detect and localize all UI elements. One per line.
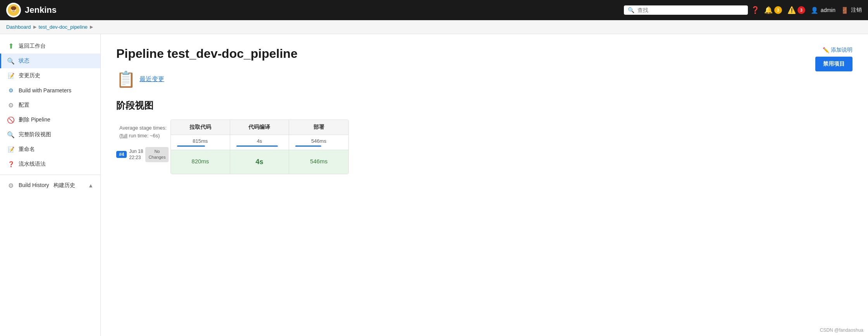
status-icon: 🔍 [7,57,15,65]
jenkins-icon [7,4,20,16]
sidebar-label-return: 返回工作台 [19,43,46,50]
watermark: CSDN @fandaoshua [820,327,863,333]
nav-icons: 🔔 3 ⚠️ 3 👤 admin 🚪 注销 [764,6,862,14]
no-changes-badge: No Changes [145,147,169,162]
search-input[interactable] [637,7,744,13]
stage-data-row: 820ms 4s 546ms [171,150,348,174]
user-icon: 👤 [811,7,818,14]
stage-avg-2: 546ms [289,135,348,150]
logout-label: 注销 [851,7,862,14]
stage-header-row: 拉取代码 代码编译 部署 [171,120,348,135]
build-history-label: Build History 构建历史 [19,182,75,189]
sidebar-label-status: 状态 [19,57,29,64]
disable-project-button[interactable]: 禁用项目 [815,57,852,71]
page-title: Pipeline test_dev-doc_pipeline [116,47,852,61]
delete-icon: 🚫 [7,116,15,124]
content-area: Pipeline test_dev-doc_pipeline ✏️ 添加说明 禁… [101,34,868,336]
build-entry: #4 Jun 18 22:23 No Changes [116,147,170,162]
build-history-left: ⚙ Build History 构建历史 [7,182,75,189]
alert-icon: ⚠️ [787,6,796,14]
build-history-icon: ⚙ [7,182,15,189]
stage-avg-row: 815ms 4s 546ms [171,135,348,150]
breadcrumb-pipeline[interactable]: test_dev-doc_pipeline [39,24,88,30]
stage-header-2: 部署 [289,120,348,135]
svg-point-2 [11,6,16,10]
rename-icon: 📝 [7,145,15,153]
svg-point-4 [14,9,15,10]
recent-changes-link[interactable]: 最近变更 [140,75,164,83]
recent-changes-section: 📋 最近变更 [116,70,852,88]
sidebar-label-full-stage: 完整阶段视图 [19,131,51,138]
stage-header-0: 拉取代码 [171,120,230,135]
sidebar-label-delete: 删除 Pipeline [19,116,50,123]
sidebar-item-build-params[interactable]: ⚙ Build with Parameters [0,83,100,98]
alerts-button[interactable]: ⚠️ 3 [787,6,805,14]
stage-table-wrapper: Average stage times: (full run time: ~6s… [116,120,852,174]
app-name: Jenkins [25,5,57,15]
breadcrumb-dashboard[interactable]: Dashboard [6,24,31,30]
sidebar-label-pipeline-syntax: 流水线语法 [19,161,46,168]
alerts-badge: 3 [797,6,805,14]
svg-point-3 [12,9,13,10]
bell-icon: 🔔 [764,6,773,14]
stage-progress-bar-2 [295,145,321,147]
sidebar-item-status[interactable]: 🔍 状态 [0,54,100,68]
stage-avg-1: 4s [230,135,289,150]
stage-header-1: 代码编译 [230,120,289,135]
sidebar: ⬆ 返回工作台 🔍 状态 📝 变更历史 ⚙ Build with Paramet… [0,34,101,336]
search-box[interactable]: 🔍 [624,5,748,15]
breadcrumb-arrow-2: ▶ [90,24,93,29]
build-info-column: Average stage times: (full run time: ~6s… [116,120,170,162]
sidebar-build-history[interactable]: ⚙ Build History 构建历史 ▲ [0,178,100,193]
pencil-icon: ✏️ [823,47,829,53]
top-right-actions: ✏️ 添加说明 禁用项目 [815,47,852,71]
stage-data-2[interactable]: 546ms [289,150,348,174]
stage-data-1[interactable]: 4s [230,150,289,174]
full-stage-icon: 🔍 [7,131,15,139]
jenkins-logo-icon [6,3,21,17]
top-navigation: Jenkins 🔍 ❓ 🔔 3 ⚠️ 3 👤 admin 🚪 注销 [0,0,868,20]
chevron-down-icon: ▲ [88,182,93,189]
sidebar-label-config: 配置 [19,102,29,109]
sidebar-item-return[interactable]: ⬆ 返回工作台 [0,39,100,54]
breadcrumb: Dashboard ▶ test_dev-doc_pipeline ▶ [0,20,868,34]
main-layout: ⬆ 返回工作台 🔍 状态 📝 变更历史 ⚙ Build with Paramet… [0,34,868,336]
stage-avg-0: 815ms [171,135,230,150]
build-number-badge[interactable]: #4 [116,151,127,158]
return-icon: ⬆ [7,42,15,50]
app-logo: Jenkins [6,3,57,17]
sidebar-label-build-params: Build with Parameters [19,87,71,94]
stage-progress-bar-0 [177,145,205,147]
breadcrumb-arrow-1: ▶ [33,24,36,29]
search-icon: 🔍 [628,7,634,13]
username-label: admin [821,7,835,13]
changes-icon: 📝 [7,72,15,80]
logout-icon: 🚪 [841,7,849,14]
sidebar-item-delete[interactable]: 🚫 删除 Pipeline [0,113,100,127]
search-area: 🔍 ❓ [624,5,760,15]
avg-label: Average stage times: (full run time: ~6s… [116,120,170,144]
sidebar-item-full-stage[interactable]: 🔍 完整阶段视图 [0,127,100,142]
logout-button[interactable]: 🚪 注销 [841,7,862,14]
sidebar-label-changes: 变更历史 [19,72,40,79]
user-menu[interactable]: 👤 admin [811,7,835,14]
recent-changes-icon: 📋 [116,70,136,88]
stage-progress-bar-1 [236,145,278,147]
sidebar-item-pipeline-syntax[interactable]: ❓ 流水线语法 [0,157,100,171]
sidebar-item-changes[interactable]: 📝 变更历史 [0,68,100,83]
sidebar-divider [0,175,100,175]
pipeline-icon: ❓ [7,160,15,168]
stage-view-title: 阶段视图 [116,99,852,112]
notifications-button[interactable]: 🔔 3 [764,6,782,14]
config-icon: ⚙ [7,101,15,109]
build-datetime: Jun 18 22:23 [129,148,143,161]
build-params-icon: ⚙ [7,87,15,94]
notifications-badge: 3 [774,6,782,14]
help-icon[interactable]: ❓ [751,6,760,14]
sidebar-label-rename: 重命名 [19,146,35,153]
stage-data-0[interactable]: 820ms [171,150,230,174]
sidebar-item-rename[interactable]: 📝 重命名 [0,142,100,157]
sidebar-item-config[interactable]: ⚙ 配置 [0,98,100,113]
stage-grid: 拉取代码 代码编译 部署 815ms 4s 546ms [170,120,349,174]
add-description-link[interactable]: ✏️ 添加说明 [823,47,852,54]
